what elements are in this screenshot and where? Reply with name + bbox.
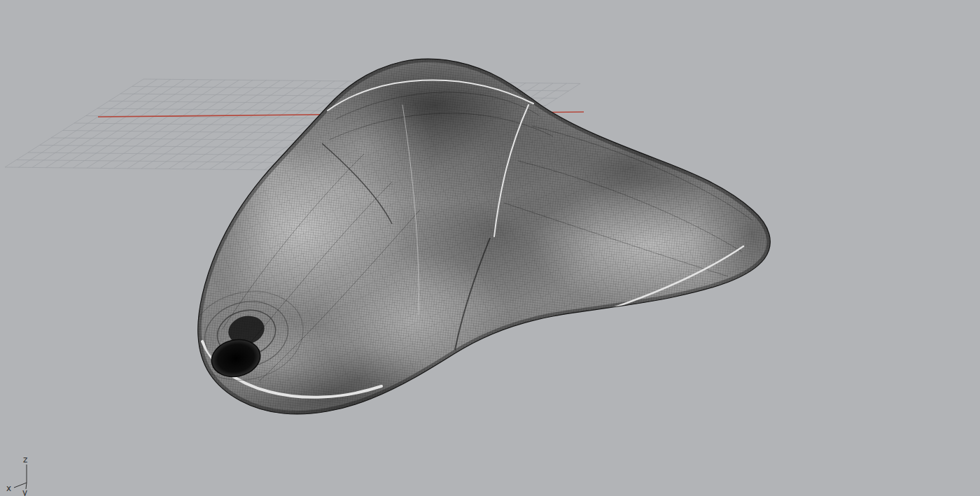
x-axis-label: x (6, 483, 11, 493)
y-axis-label: y (22, 488, 27, 496)
z-axis-label: z (23, 455, 27, 465)
viewport-3d[interactable]: z x y (0, 0, 980, 496)
viewport-canvas[interactable]: z x y (0, 0, 980, 496)
